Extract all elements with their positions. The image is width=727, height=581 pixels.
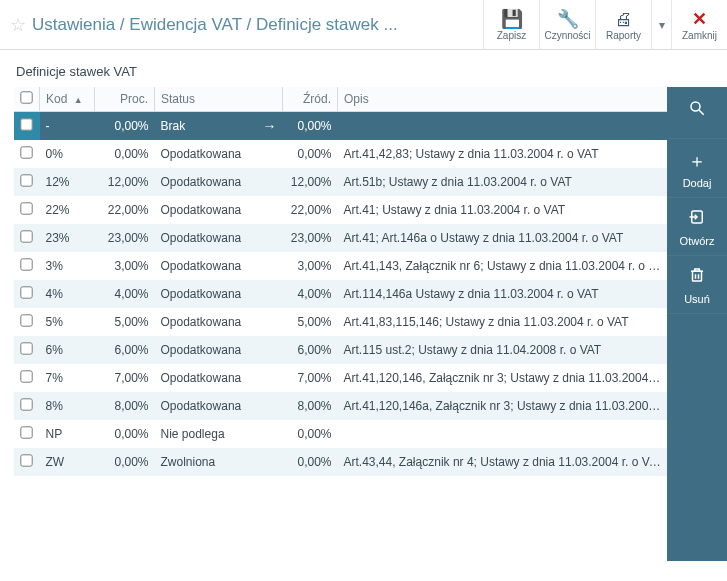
- add-button[interactable]: ＋ Dodaj: [667, 139, 727, 198]
- page-title: Definicje stawek VAT: [0, 50, 727, 87]
- cell-proc: 6,00%: [95, 336, 155, 364]
- cell-kod: 5%: [40, 308, 95, 336]
- table-row[interactable]: 6%6,00%Opodatkowana6,00%Art.115 ust.2; U…: [14, 336, 667, 364]
- row-checkbox[interactable]: [21, 286, 33, 298]
- toolbar-dropdown[interactable]: ▾: [651, 0, 671, 49]
- favorite-star-icon[interactable]: ☆: [10, 14, 26, 36]
- cell-opis: Art.41,120,146a, Załącznik nr 3; Ustawy …: [338, 392, 668, 420]
- cell-kod: 23%: [40, 224, 95, 252]
- cell-proc: 0,00%: [95, 420, 155, 448]
- cell-proc: 8,00%: [95, 392, 155, 420]
- cell-status: Nie podlega: [155, 420, 283, 448]
- cell-proc: 0,00%: [95, 112, 155, 140]
- cell-opis: Art.41,143, Załącznik nr 6; Ustawy z dni…: [338, 252, 668, 280]
- table-row[interactable]: 0%0,00%Opodatkowana0,00%Art.41,42,83; Us…: [14, 140, 667, 168]
- header-row: Kod ▲ Proc. Status Źród. O: [14, 87, 667, 112]
- row-checkbox-cell: [14, 252, 40, 280]
- cell-proc: 4,00%: [95, 280, 155, 308]
- row-checkbox[interactable]: [21, 146, 33, 158]
- table-row[interactable]: 3%3,00%Opodatkowana3,00%Art.41,143, Załą…: [14, 252, 667, 280]
- reports-button[interactable]: 🖨 Raporty: [595, 0, 651, 49]
- select-all-checkbox[interactable]: [20, 91, 32, 103]
- table-row[interactable]: 7%7,00%Opodatkowana7,00%Art.41,120,146, …: [14, 364, 667, 392]
- col-proc[interactable]: Proc.: [95, 87, 155, 112]
- close-button[interactable]: ✕ Zamknij: [671, 0, 727, 49]
- cell-zrod: 22,00%: [283, 196, 338, 224]
- cell-status: Opodatkowana: [155, 308, 283, 336]
- breadcrumb-wrap: ☆ Ustawienia / Ewidencja VAT / Definicje…: [0, 0, 483, 49]
- row-checkbox[interactable]: [21, 202, 33, 214]
- cell-kod: 6%: [40, 336, 95, 364]
- trash-icon: [688, 266, 706, 289]
- toolbar-buttons: 💾 Zapisz 🔧 Czynności 🖨 Raporty ▾ ✕ Zamkn…: [483, 0, 727, 49]
- row-checkbox-cell: [14, 364, 40, 392]
- add-label: Dodaj: [683, 177, 712, 189]
- toolbar: ☆ Ustawienia / Ewidencja VAT / Definicje…: [0, 0, 727, 50]
- breadcrumb: Ustawienia / Ewidencja VAT / Definicje s…: [32, 15, 398, 35]
- row-checkbox[interactable]: [21, 398, 33, 410]
- row-checkbox[interactable]: [21, 426, 33, 438]
- cell-kod: 3%: [40, 252, 95, 280]
- row-checkbox[interactable]: [21, 342, 33, 354]
- col-zrod[interactable]: Źród.: [283, 87, 338, 112]
- table-row[interactable]: 22%22,00%Opodatkowana22,00%Art.41; Ustaw…: [14, 196, 667, 224]
- table-row[interactable]: 8%8,00%Opodatkowana8,00%Art.41,120,146a,…: [14, 392, 667, 420]
- cell-opis: Art.115 ust.2; Ustawy z dnia 11.04.2008 …: [338, 336, 668, 364]
- cell-kod: 7%: [40, 364, 95, 392]
- svg-point-0: [691, 102, 700, 111]
- cell-zrod: 8,00%: [283, 392, 338, 420]
- grid: Kod ▲ Proc. Status Źród. O: [14, 87, 667, 561]
- col-status[interactable]: Status: [155, 87, 283, 112]
- cell-zrod: 3,00%: [283, 252, 338, 280]
- row-checkbox[interactable]: [21, 314, 33, 326]
- open-button[interactable]: Otwórz: [667, 198, 727, 256]
- cell-kod: NP: [40, 420, 95, 448]
- table-row[interactable]: ZW0,00%Zwolniona0,00%Art.43,44, Załączni…: [14, 448, 667, 476]
- table-row[interactable]: 23%23,00%Opodatkowana23,00%Art.41; Art.1…: [14, 224, 667, 252]
- row-checkbox-cell: [14, 224, 40, 252]
- delete-button[interactable]: Usuń: [667, 256, 727, 314]
- cell-zrod: 6,00%: [283, 336, 338, 364]
- search-button[interactable]: [667, 87, 727, 139]
- table-row[interactable]: 4%4,00%Opodatkowana4,00%Art.114,146a Ust…: [14, 280, 667, 308]
- row-checkbox[interactable]: [21, 370, 33, 382]
- cell-kod: 4%: [40, 280, 95, 308]
- row-checkbox[interactable]: [21, 118, 33, 130]
- row-checkbox[interactable]: [21, 454, 33, 466]
- cell-opis: Art.41,83,115,146; Ustawy z dnia 11.03.2…: [338, 308, 668, 336]
- cell-proc: 7,00%: [95, 364, 155, 392]
- cell-status: Zwolniona: [155, 448, 283, 476]
- actions-label: Czynności: [544, 30, 590, 41]
- row-checkbox[interactable]: [21, 230, 33, 242]
- row-checkbox[interactable]: [21, 174, 33, 186]
- cell-opis: Art.114,146a Ustawy z dnia 11.03.2004 r.…: [338, 280, 668, 308]
- table-row[interactable]: 12%12,00%Opodatkowana12,00%Art.51b; Usta…: [14, 168, 667, 196]
- cell-proc: 23,00%: [95, 224, 155, 252]
- cell-zrod: 12,00%: [283, 168, 338, 196]
- sort-asc-icon: ▲: [74, 95, 83, 105]
- header-checkbox-cell: [14, 87, 40, 112]
- table-row[interactable]: NP0,00%Nie podlega0,00%: [14, 420, 667, 448]
- col-opis[interactable]: Opis: [338, 87, 668, 112]
- cell-zrod: 0,00%: [283, 140, 338, 168]
- row-checkbox-cell: [14, 336, 40, 364]
- cell-proc: 0,00%: [95, 448, 155, 476]
- cell-status: Opodatkowana: [155, 252, 283, 280]
- cell-kod: 8%: [40, 392, 95, 420]
- row-checkbox-cell: [14, 140, 40, 168]
- cell-kod: 22%: [40, 196, 95, 224]
- table-row[interactable]: -0,00%Brak→0,00%: [14, 112, 667, 140]
- cell-kod: 12%: [40, 168, 95, 196]
- arrow-right-icon: →: [263, 117, 277, 133]
- save-button[interactable]: 💾 Zapisz: [483, 0, 539, 49]
- side-panel: ＋ Dodaj Otwórz Usuń: [667, 87, 727, 561]
- cell-status: Opodatkowana: [155, 280, 283, 308]
- actions-button[interactable]: 🔧 Czynności: [539, 0, 595, 49]
- cell-status: Opodatkowana: [155, 168, 283, 196]
- cell-opis: Art.41; Art.146a o Ustawy z dnia 11.03.2…: [338, 224, 668, 252]
- cell-status: Opodatkowana: [155, 336, 283, 364]
- table-row[interactable]: 5%5,00%Opodatkowana5,00%Art.41,83,115,14…: [14, 308, 667, 336]
- col-kod[interactable]: Kod ▲: [40, 87, 95, 112]
- row-checkbox[interactable]: [21, 258, 33, 270]
- row-checkbox-cell: [14, 112, 40, 140]
